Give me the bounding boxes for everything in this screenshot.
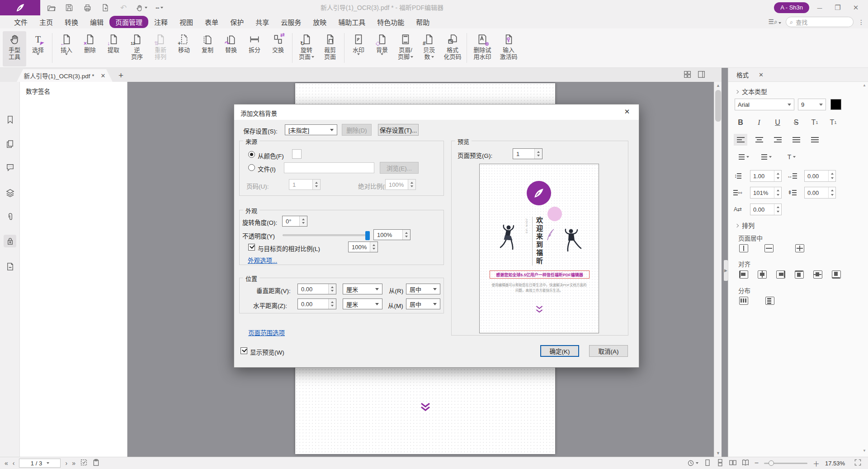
zoom-percentage[interactable]: 17.53% [825, 460, 849, 467]
page-thumbnails-toggle-icon[interactable] [684, 71, 691, 80]
dialog-caption[interactable] [234, 104, 639, 120]
align-force-justify-icon[interactable] [808, 134, 821, 146]
center-both-icon[interactable] [795, 244, 804, 252]
vertical-unit-select[interactable]: 厘米 [343, 284, 382, 294]
watermark-tool[interactable]: 水印 [347, 31, 370, 66]
save-setting-button[interactable]: 保存设置(T)... [378, 124, 419, 136]
page-thumbnails-panel-icon[interactable] [4, 137, 16, 150]
page-preview-spinner[interactable]: 1 [513, 148, 542, 159]
split-pages-tool[interactable]: 拆分 [243, 31, 266, 66]
swap-pages-tool[interactable]: ⇄ 交换 [266, 31, 290, 66]
find-input[interactable]: ⌕ 查找 [786, 17, 854, 27]
rotation-spinner[interactable]: 0° [282, 216, 307, 227]
insert-pages-tool[interactable]: ← 插入 [55, 31, 78, 66]
remove-trial-watermark-tool[interactable]: ⊗ 删除试 用水印 [469, 31, 495, 66]
arrange-header[interactable]: 排列 [736, 221, 755, 230]
vertical-distance-spinner[interactable]: 0.00 [297, 284, 336, 294]
minimize-button[interactable]: ─ [812, 1, 827, 14]
rotate-view-icon[interactable] [687, 460, 698, 467]
menu-special-features[interactable]: 特色功能 [371, 16, 410, 28]
from-color-radio[interactable] [248, 151, 255, 158]
comments-panel-icon[interactable] [4, 161, 16, 173]
line-spacing-input[interactable]: 1.00 [750, 170, 782, 182]
superscript-icon[interactable]: T1 [808, 117, 821, 128]
text-direction-icon[interactable]: T [782, 151, 802, 163]
menu-protect[interactable]: 保护 [224, 16, 250, 28]
bates-numbering-tool[interactable]: # 贝茨 数 [417, 31, 441, 66]
document-tab[interactable]: 新人引导(1)_OCR(3).pdf * ✕ [17, 69, 113, 82]
menu-present[interactable]: 放映 [307, 16, 332, 28]
close-button[interactable]: ✕ [848, 1, 863, 14]
background-color-swatch[interactable] [292, 149, 302, 159]
facing-view-icon[interactable] [729, 459, 736, 468]
cancel-button[interactable]: 取消(A) [589, 345, 628, 357]
zoom-slider-knob[interactable] [769, 460, 774, 466]
align-justify-icon[interactable] [789, 134, 803, 146]
baseline-offset-input[interactable]: 0.00 [804, 187, 836, 199]
zoom-slider[interactable] [764, 463, 807, 464]
menu-file[interactable]: 文件 [8, 16, 33, 28]
bold-icon[interactable]: B [734, 117, 747, 128]
background-tool[interactable]: ◇ 背景 [370, 31, 394, 66]
horizontal-distance-spinner[interactable]: 0.00 [297, 298, 336, 309]
format-panel-close-icon[interactable]: ✕ [759, 71, 764, 78]
center-horizontal-icon[interactable] [739, 244, 748, 252]
underline-icon[interactable]: U [771, 117, 784, 128]
hand-tool[interactable]: 手型 工具 [3, 31, 26, 66]
italic-icon[interactable]: I [752, 117, 766, 128]
opacity-slider-knob[interactable] [365, 231, 370, 240]
opacity-slider[interactable] [283, 234, 369, 236]
duplicate-pages-tool[interactable]: 复制 [196, 31, 219, 66]
align-center-icon[interactable] [752, 134, 766, 146]
new-tab-button[interactable]: + [118, 71, 123, 81]
font-size-select[interactable]: 9 [798, 99, 826, 110]
select-tool[interactable]: T 选择 [26, 31, 50, 66]
align-objects-bottom-icon[interactable] [832, 270, 841, 279]
tab-close-icon[interactable]: ✕ [101, 72, 106, 79]
first-page-icon[interactable]: « [5, 460, 8, 467]
panel-scroll-down-icon[interactable]: ▼ [862, 449, 867, 454]
move-pages-tool[interactable]: + 移动 [172, 31, 196, 66]
menu-comment[interactable]: 注释 [148, 16, 174, 28]
extract-pages-tool[interactable]: ↓ 提取 [102, 31, 125, 66]
snapshot-icon[interactable] [80, 459, 88, 468]
panel-scroll-up-icon[interactable]: ▲ [862, 83, 867, 89]
last-page-icon[interactable]: » [72, 460, 75, 467]
zoom-out-icon[interactable]: − [755, 459, 759, 467]
side-panel-toggle-icon[interactable] [698, 71, 705, 80]
page-range-options-link[interactable]: 页面范围选项 [248, 328, 285, 337]
tab-format[interactable]: 格式 [736, 70, 749, 79]
advanced-search-icon[interactable]: ☰⌕ [769, 18, 781, 26]
align-objects-right-icon[interactable] [776, 270, 785, 279]
menu-edit[interactable]: 编辑 [84, 16, 109, 28]
align-objects-top-icon[interactable] [795, 270, 804, 279]
digital-signatures-panel-icon[interactable] [4, 235, 16, 247]
fullscreen-icon[interactable] [854, 459, 862, 468]
continuous-view-icon[interactable] [717, 459, 724, 468]
scroll-up-icon[interactable]: ▲ [714, 82, 722, 89]
distribute-horizontal-icon[interactable] [739, 297, 748, 305]
scroll-down-icon[interactable]: ▼ [714, 450, 722, 457]
from-file-radio[interactable] [248, 164, 255, 171]
relative-scale-spinner[interactable]: 100% [348, 242, 378, 252]
align-objects-vcenter-icon[interactable] [813, 270, 822, 279]
menu-share[interactable]: 共享 [250, 16, 275, 28]
previous-page-icon[interactable]: ‹ [13, 460, 15, 467]
replace-pages-tool[interactable]: ↷ 替换 [219, 31, 243, 66]
page-indicator[interactable]: 1 / 3 [19, 459, 61, 468]
menu-form[interactable]: 表单 [199, 16, 224, 28]
menu-home[interactable]: 主页 [33, 16, 59, 28]
distribute-vertical-icon[interactable] [765, 297, 774, 305]
numbered-list-icon[interactable] [734, 151, 754, 163]
more-options-icon[interactable]: ⋮ [858, 19, 864, 26]
strikethrough-icon[interactable]: S [789, 117, 803, 128]
align-left-icon[interactable] [734, 134, 747, 146]
crop-pages-tool[interactable]: 裁剪 页面 [318, 31, 342, 66]
delete-pages-tool[interactable]: × 删除 [78, 31, 102, 66]
format-panel-scrollbar[interactable]: ▲ ▼ [862, 83, 867, 454]
horizontal-anchor-select[interactable]: 居中 [406, 298, 440, 309]
menu-page-management[interactable]: 页面管理 [109, 16, 148, 28]
appearance-options-link[interactable]: 外观选项... [248, 256, 277, 265]
single-page-view-icon[interactable] [704, 459, 711, 468]
scrollbar-thumb[interactable] [715, 90, 721, 122]
